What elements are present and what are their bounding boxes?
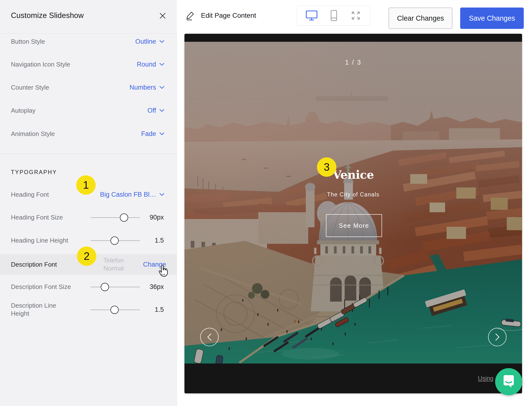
- annotation-badge-3: 3: [317, 157, 336, 177]
- customize-slideshow-panel: Customize Slideshow Button Style Outline…: [0, 0, 177, 406]
- page: { "panel": { "title": "Customize Slidesh…: [0, 0, 532, 406]
- preview-frame: 1 / 3 3 Venice The City of Canals See Mo…: [184, 34, 522, 393]
- divider: [0, 154, 177, 154]
- navigation-icon-style-dropdown[interactable]: Round: [137, 61, 165, 68]
- preview-footer: Using: [184, 364, 522, 393]
- typography-section-label: TYPOGRAPHY: [11, 169, 57, 176]
- chevron-down-icon: [159, 40, 165, 43]
- chevron-down-icon: [159, 193, 165, 196]
- slider-value: 1.5: [132, 237, 164, 244]
- close-icon[interactable]: [159, 12, 166, 20]
- setting-value: Round: [137, 61, 156, 68]
- setting-description-line-height: Description Line Height 1.5: [0, 298, 177, 321]
- chat-bubble-icon: [502, 375, 516, 389]
- mobile-icon[interactable]: [327, 9, 341, 22]
- setting-label: Description Line Height: [11, 302, 62, 318]
- setting-value: Numbers: [129, 84, 156, 91]
- button-style-dropdown[interactable]: Outline: [135, 38, 165, 45]
- setting-label: Navigation Icon Style: [11, 61, 70, 68]
- setting-label: Button Style: [11, 38, 45, 45]
- setting-label: Description Font: [11, 261, 57, 268]
- setting-button-style: Button Style Outline: [0, 37, 177, 46]
- setting-value: Off: [147, 107, 156, 114]
- setting-label: Heading Line Height: [11, 237, 68, 244]
- chevron-down-icon: [159, 86, 165, 89]
- see-more-button[interactable]: See More: [326, 214, 382, 237]
- desktop-icon[interactable]: [305, 9, 318, 22]
- pencil-icon: [185, 10, 196, 21]
- chevron-down-icon: [159, 109, 165, 112]
- slide-subtitle: The City of Canals: [184, 191, 522, 198]
- slider-handle[interactable]: [110, 237, 119, 245]
- setting-counter-style: Counter Style Numbers: [0, 83, 177, 92]
- slider-handle[interactable]: [101, 283, 109, 291]
- setting-label: Counter Style: [11, 84, 49, 91]
- setting-value: Outline: [135, 38, 156, 45]
- previous-slide-button[interactable]: [200, 328, 219, 346]
- setting-description-font-size: Description Font Size 36px: [0, 282, 177, 292]
- setting-heading-font-size: Heading Font Size 90px: [0, 212, 177, 222]
- setting-autoplay: Autoplay Off: [0, 106, 177, 115]
- using-link[interactable]: Using: [478, 375, 493, 382]
- slider-value: 36px: [132, 283, 164, 291]
- setting-navigation-icon-style: Navigation Icon Style Round: [0, 59, 177, 69]
- slider-handle[interactable]: [120, 213, 128, 222]
- slider-value: 1.5: [132, 306, 164, 313]
- setting-label: Animation Style: [11, 130, 55, 138]
- setting-label: Description Font Size: [11, 283, 71, 291]
- chevron-left-icon: [206, 333, 213, 341]
- autoplay-dropdown[interactable]: Off: [147, 107, 165, 114]
- chevron-down-icon: [159, 63, 165, 66]
- clear-changes-button[interactable]: Clear Changes: [389, 8, 452, 29]
- annotation-badge-1: 1: [76, 175, 96, 195]
- heading-font-dropdown[interactable]: Big Caslon FB Bl…: [100, 191, 165, 198]
- animation-style-dropdown[interactable]: Fade: [141, 130, 165, 138]
- setting-label: Heading Font: [11, 191, 49, 198]
- slider-value: 90px: [132, 214, 164, 221]
- chevron-down-icon: [159, 132, 165, 135]
- setting-label: Autoplay: [11, 107, 35, 114]
- venice-photo: [184, 42, 522, 364]
- edit-page-content-label: Edit Page Content: [201, 12, 256, 19]
- slide-heading: Venice: [184, 168, 522, 181]
- change-font-link[interactable]: Change: [143, 261, 166, 268]
- setting-value: Fade: [141, 130, 156, 138]
- panel-header: Customize Slideshow: [0, 0, 177, 34]
- description-font-current-value: Telefon Normal: [99, 256, 128, 272]
- device-preview-toggle: [297, 6, 371, 25]
- setting-value: Big Caslon FB Bl…: [100, 191, 156, 198]
- next-slide-button[interactable]: [488, 328, 507, 346]
- edit-page-content-button[interactable]: Edit Page Content: [185, 10, 256, 21]
- top-toolbar: Edit Page Content Clear Changes Save Cha…: [177, 0, 532, 34]
- slide-counter: 1 / 3: [184, 59, 522, 66]
- setting-animation-style: Animation Style Fade: [0, 129, 177, 139]
- counter-style-dropdown[interactable]: Numbers: [129, 84, 165, 91]
- panel-title: Customize Slideshow: [11, 11, 84, 20]
- chat-launcher-button[interactable]: [495, 368, 522, 395]
- fullscreen-icon[interactable]: [349, 9, 363, 22]
- annotation-badge-2: 2: [77, 246, 96, 266]
- slideshow-slide: 1 / 3 3 Venice The City of Canals See Mo…: [184, 42, 522, 364]
- save-changes-button[interactable]: Save Changes: [460, 8, 524, 29]
- slider-handle[interactable]: [110, 306, 119, 314]
- setting-label: Heading Font Size: [11, 214, 63, 221]
- chevron-right-icon: [494, 333, 500, 341]
- setting-heading-line-height: Heading Line Height 1.5: [0, 236, 177, 245]
